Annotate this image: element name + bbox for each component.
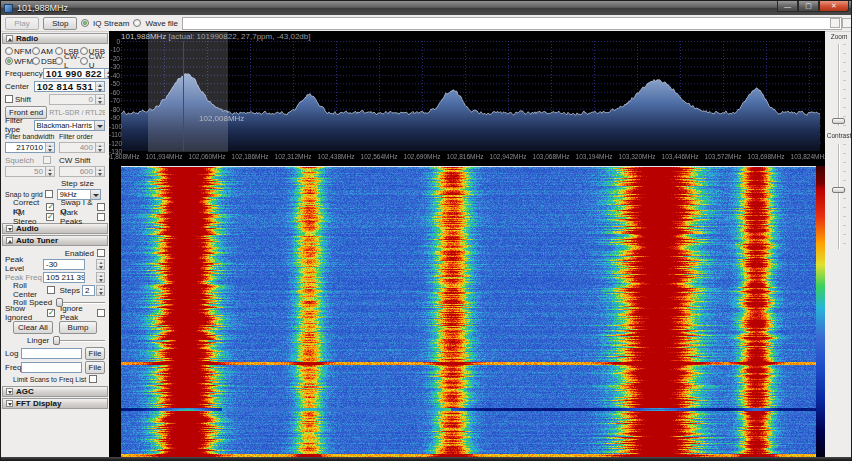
correct-iq-checkbox[interactable] <box>46 203 54 211</box>
limit-scans-checkbox[interactable] <box>89 375 97 383</box>
filter-type-select[interactable]: Blackman-Harris <box>34 120 105 131</box>
agc-panel-header[interactable]: AGC <box>2 386 108 397</box>
mode-radio-wfm[interactable] <box>5 57 13 65</box>
mode-radio-nfm[interactable] <box>5 47 13 55</box>
mode-label-am: AM <box>41 47 55 56</box>
steps-field[interactable]: 2 <box>82 285 95 296</box>
shift-spinner[interactable] <box>95 95 104 104</box>
iq-stream-radio[interactable] <box>81 19 89 27</box>
freq-tick-label: 103,572MHz <box>702 153 744 160</box>
linger-slider[interactable] <box>53 336 105 345</box>
mode-label-nfm: NFM <box>14 47 32 56</box>
center-value[interactable]: 102 814 531 <box>35 81 95 92</box>
freq-path-input[interactable] <box>21 362 82 373</box>
peak-freq-field[interactable]: 105 211 393 <box>43 272 85 283</box>
mode-radio-usb[interactable] <box>80 47 88 55</box>
steps-value[interactable]: 2 <box>83 286 94 295</box>
waterfall-canvas[interactable] <box>121 166 816 459</box>
squelch-field[interactable]: 50 <box>5 166 55 177</box>
toolbar-box-2[interactable] <box>842 18 852 28</box>
swap-iq-checkbox[interactable] <box>97 203 105 211</box>
spectrum-analyzer[interactable]: 101,988MHz [actual: 101990822, 27,7ppm, … <box>109 31 825 166</box>
auto-tuner-panel-header[interactable]: Auto Tuner <box>2 235 108 246</box>
chevron-down-icon[interactable] <box>90 190 100 199</box>
zoom-slider-thumb[interactable] <box>832 118 845 124</box>
cw-shift-spinner[interactable] <box>95 167 104 176</box>
contrast-slider[interactable] <box>838 144 840 249</box>
log-path-input[interactable] <box>21 348 82 359</box>
squelch-spinner[interactable] <box>45 167 54 176</box>
peak-level-field[interactable]: -30 <box>43 259 85 270</box>
cursor-frequency-label: 102,008MHz <box>199 114 244 123</box>
collapse-icon[interactable] <box>6 388 13 395</box>
slider-thumb[interactable] <box>56 298 63 307</box>
enabled-checkbox[interactable] <box>97 249 105 257</box>
roll-center-checkbox[interactable] <box>47 286 55 294</box>
mark-peaks-label: Mark Peaks <box>60 208 95 226</box>
mode-radio-am[interactable] <box>32 47 40 55</box>
collapse-icon[interactable] <box>6 35 13 42</box>
zoom-slider[interactable] <box>838 44 840 126</box>
freq-tick-label: 103,194MHz <box>573 153 615 160</box>
filter-bandwidth-spinner[interactable] <box>45 143 54 152</box>
mode-radio-cwl[interactable] <box>55 57 63 65</box>
peak-level-spinner[interactable] <box>96 259 105 270</box>
minimize-button[interactable]: — <box>777 1 798 12</box>
chevron-down-icon[interactable] <box>94 121 104 130</box>
db-tick-label: -90 <box>109 114 120 121</box>
filter-bandwidth-value[interactable]: 217010 <box>6 143 45 152</box>
radio-panel-header[interactable]: Radio <box>2 33 108 44</box>
wave-file-radio[interactable] <box>133 19 141 27</box>
title-bar[interactable]: 101,988MHz — ▢ ✕ <box>1 1 852 15</box>
freq-tick-label: 103,698MHz <box>745 153 787 160</box>
tuning-band-overlay[interactable] <box>148 32 228 152</box>
roll-speed-slider[interactable] <box>56 298 105 307</box>
slider-thumb[interactable] <box>53 336 60 345</box>
waterfall-display[interactable] <box>109 166 825 459</box>
clear-all-button[interactable]: Clear All <box>13 321 53 334</box>
mode-radio-cwu[interactable] <box>80 57 88 65</box>
toolbar-box-1[interactable] <box>830 18 840 28</box>
collapse-icon[interactable] <box>6 225 13 232</box>
close-button[interactable]: ✕ <box>819 1 849 12</box>
show-ignored-checkbox[interactable] <box>47 309 55 317</box>
cw-shift-field[interactable]: 600 <box>59 166 105 177</box>
db-tick-label: -20 <box>109 55 120 62</box>
peak-freq-spinner[interactable] <box>96 272 105 283</box>
frequency-field[interactable]: 101 990 822 <box>43 68 114 79</box>
fft-display-panel-header[interactable]: FFT Display <box>2 398 108 409</box>
freq-file-button[interactable]: File <box>85 361 105 374</box>
peak-level-value[interactable]: -30 <box>44 260 84 269</box>
squelch-checkbox[interactable] <box>43 156 51 164</box>
collapse-icon[interactable] <box>6 400 13 407</box>
snap-to-grid-checkbox[interactable] <box>45 190 53 198</box>
stop-button[interactable]: Stop <box>43 17 77 30</box>
mode-radio-lsb[interactable] <box>55 47 63 55</box>
center-spinner[interactable] <box>95 82 104 91</box>
frequency-value[interactable]: 101 990 822 <box>44 68 104 79</box>
collapse-icon[interactable] <box>6 237 13 244</box>
log-file-button[interactable]: File <box>85 347 105 360</box>
steps-spinner[interactable] <box>96 285 105 296</box>
front-end-value: RTL-SDR / RTL2832U <box>49 109 105 116</box>
freq-tick-label: 102,312MHz <box>272 153 314 160</box>
peak-freq-value[interactable]: 105 211 393 <box>44 273 84 282</box>
filter-bandwidth-field[interactable]: 217010 <box>5 142 55 153</box>
shift-field[interactable]: 0 <box>49 94 105 105</box>
ignore-peak-checkbox[interactable] <box>97 309 105 317</box>
maximize-button[interactable]: ▢ <box>798 1 819 12</box>
filter-order-field[interactable]: 400 <box>59 142 105 153</box>
bump-button[interactable]: Bump <box>59 321 97 334</box>
mark-peaks-checkbox[interactable] <box>97 213 105 221</box>
play-button[interactable]: Play <box>5 17 39 30</box>
shift-checkbox[interactable] <box>5 95 13 103</box>
mode-radio-dsb[interactable] <box>32 57 40 65</box>
db-tick-label: -10 <box>109 46 120 53</box>
freq-tick-label: 103,068MHz <box>530 153 572 160</box>
radio-panel-title: Radio <box>16 34 38 43</box>
center-field[interactable]: 102 814 531 <box>34 81 105 92</box>
filter-order-spinner[interactable] <box>95 143 104 152</box>
wave-file-input[interactable] <box>182 17 842 30</box>
fm-stereo-checkbox[interactable] <box>46 213 54 221</box>
contrast-slider-thumb[interactable] <box>832 187 845 193</box>
